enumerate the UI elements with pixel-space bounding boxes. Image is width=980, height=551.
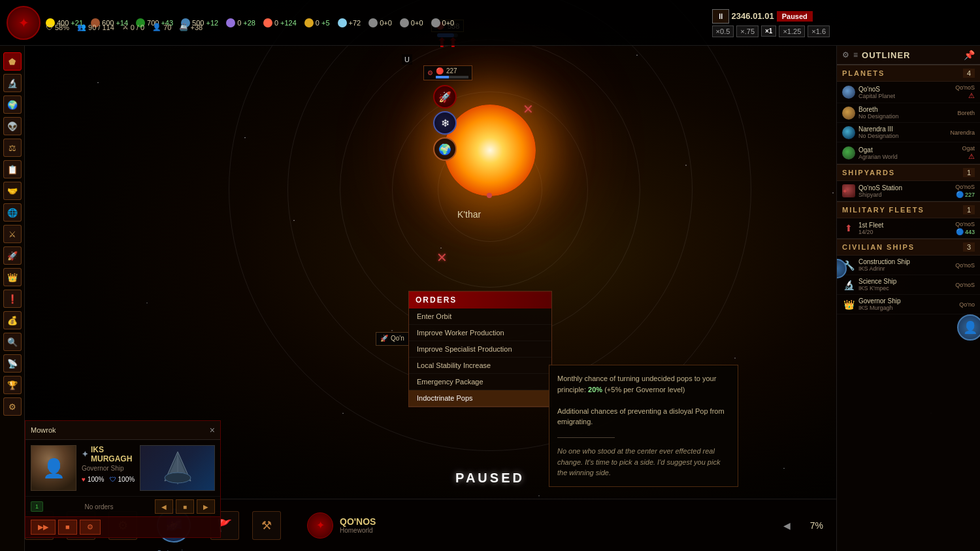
- planet-narendra[interactable]: Narendra III No Designation Narendra: [837, 123, 980, 142]
- planet-location-ogat: Ogat: [962, 145, 975, 152]
- civilian-science-ship[interactable]: 🔬 Science Ship IKS K'mpec Qo'noS: [837, 275, 980, 295]
- qonos-ship-label[interactable]: 🚀 Qo'n: [376, 332, 409, 346]
- orbit-icon-1[interactable]: 🚀: [433, 85, 457, 109]
- sidebar-icon-empire[interactable]: ⬟: [3, 52, 22, 71]
- speed-1-btn[interactable]: ×1: [761, 25, 776, 37]
- empire-flag-icon[interactable]: ✦: [307, 512, 333, 539]
- settings-icon[interactable]: ⚙: [842, 50, 849, 59]
- planet-ogat[interactable]: Ogat Agrarian World Ogat ⚠: [837, 142, 980, 164]
- order-local-stability[interactable]: Local Stability Increase: [409, 358, 551, 374]
- unity-icon: [304, 18, 314, 27]
- planet-sub-boreth: No Designation: [858, 113, 954, 120]
- order-indoctrinate-pops[interactable]: Indoctrinate Pops: [409, 390, 551, 407]
- sidebar-icon-species[interactable]: 👽: [3, 117, 22, 135]
- ship-stop-btn[interactable]: ■: [176, 499, 194, 514]
- planet-name-narendra: Narendra III: [858, 125, 947, 133]
- filter-icon[interactable]: ≡: [853, 50, 858, 59]
- planet-info-narendra: Narendra III No Designation: [858, 125, 947, 139]
- empire-name: QO'NOS: [340, 516, 376, 527]
- civilian-ships-section-header[interactable]: CIVILIAN SHIPS 3: [837, 239, 980, 256]
- sidebar-icon-achievements[interactable]: 🏆: [3, 376, 22, 394]
- governor-ship-location: Qo'no: [959, 301, 975, 308]
- speed-control: ⏸ 2346.01.01 Paused ×0.5 ×.75 ×1 ×1.25 ×…: [712, 9, 830, 37]
- sidebar-icon-fleets[interactable]: 🚀: [3, 246, 22, 265]
- shipyards-count: 1: [963, 168, 975, 177]
- military-fleets-section-header[interactable]: MILITARY FLEETS 1: [837, 201, 980, 218]
- order-improve-worker[interactable]: Improve Worker Production: [409, 325, 551, 341]
- faction-logo[interactable]: ✦: [7, 6, 41, 40]
- science-ship-sub: IKS K'mpec: [858, 285, 952, 292]
- outliner-panel: ⚙ ≡ OUTLINER 📌 PLANETS 4 Qo'noS Capital …: [836, 46, 980, 551]
- planet-right-qonos: Qo'noS ⚠: [955, 84, 975, 100]
- civilian-construction-ship[interactable]: 🔧 Construction Ship IKS Adrinr Qo'noS: [837, 256, 980, 275]
- sidebar-icon-factions[interactable]: ⚖: [3, 139, 22, 157]
- bottom-scroll-btn[interactable]: ◀: [783, 520, 791, 531]
- tooltip-line1: Monthly chance of turning undecided pops…: [557, 373, 730, 395]
- ship-action-extra[interactable]: ⚙: [80, 520, 101, 535]
- planet-right-ogat: Ogat ⚠: [962, 145, 975, 161]
- speed-0.5-btn[interactable]: ×0.5: [712, 25, 734, 37]
- sidebar-icon-policies[interactable]: 📋: [3, 160, 22, 178]
- fleet-location-1st: Qo'noS: [955, 221, 975, 227]
- civilian-governor-ship[interactable]: 👑 Governor Ship IKS Murgagh Qo'no: [837, 295, 980, 314]
- ships-icon: 🚢: [179, 23, 188, 31]
- planet-sub-ogat: Agrarian World: [858, 154, 958, 160]
- sidebar-icon-diplomacy[interactable]: 🤝: [3, 182, 22, 200]
- orbit-icon-2[interactable]: ❄: [433, 111, 457, 135]
- pause-button[interactable]: ⏸: [712, 9, 729, 24]
- planet-qonos[interactable]: Qo'noS Capital Planet Qo'noS ⚠: [837, 82, 980, 103]
- time-display-row: ⏸ 2346.01.01 Paused: [712, 9, 830, 24]
- map-planet-small[interactable]: [487, 193, 492, 198]
- station-icon: ⚙: [427, 69, 433, 76]
- planet-boreth[interactable]: Boreth No Designation Boreth: [837, 103, 980, 123]
- order-improve-specialist[interactable]: Improve Specialist Production: [409, 341, 551, 358]
- station-power-value: 227: [446, 67, 457, 75]
- sidebar-icon-espionage[interactable]: 🔍: [3, 333, 22, 351]
- order-enter-orbit[interactable]: Enter Orbit: [409, 309, 551, 325]
- bottom-btn-tools[interactable]: ⚒: [252, 511, 281, 540]
- sidebar-icon-federations[interactable]: 🌐: [3, 203, 22, 222]
- order-emergency-package[interactable]: Emergency Package: [409, 374, 551, 390]
- ship-action-goto[interactable]: ▶▶: [31, 520, 56, 535]
- planets-section-header[interactable]: PLANETS 4: [837, 65, 980, 82]
- governor-ship-name: Governor Ship: [858, 297, 956, 305]
- station-label[interactable]: ⚙ 🔴 227: [423, 65, 472, 80]
- sidebar-icon-technology[interactable]: 🔬: [3, 74, 22, 92]
- shipyard-power-value: 227: [965, 192, 975, 198]
- fleet-power-icon: 🔵: [956, 228, 964, 235]
- ship-panel-close-button[interactable]: ×: [210, 425, 215, 435]
- shipyards-section-header[interactable]: SHIPYARDS 1: [837, 164, 980, 181]
- sidebar-icon-contacts[interactable]: 📡: [3, 354, 22, 373]
- influence-value: 0: [274, 19, 278, 27]
- ship-stats: ♥ 100% 🛡 100%: [82, 476, 135, 483]
- stability-value: 58%: [55, 24, 69, 31]
- orders-menu-header: ORDERS: [409, 292, 551, 309]
- sidebar-icon-planets[interactable]: 🌍: [3, 95, 22, 114]
- shipyard-location: Qo'noS: [955, 184, 975, 190]
- sidebar-icon-war[interactable]: ⚔: [3, 225, 22, 243]
- speed-0.75-btn[interactable]: ×.75: [736, 25, 759, 37]
- sidebar-icon-situations[interactable]: ❗: [3, 290, 22, 308]
- sidebar-icon-market[interactable]: 💰: [3, 311, 22, 329]
- orbit-icon-3[interactable]: 🌍: [433, 137, 457, 161]
- fleet-1st[interactable]: ⬆ 1st Fleet 14/20 Qo'noS 🔵 443: [837, 218, 980, 239]
- consumer-change: +28: [243, 19, 255, 27]
- governor-ship-icon: 👑: [842, 299, 855, 310]
- armies-value: 0 / 0: [131, 24, 144, 31]
- ship-action-square[interactable]: ■: [58, 520, 77, 535]
- ship-prev-btn[interactable]: ◀: [155, 499, 173, 514]
- speed-1.25-btn[interactable]: ×1.25: [779, 25, 805, 37]
- civ-ship-name: Qo'n: [391, 335, 404, 342]
- empire-subtitle: Homeworld: [340, 527, 376, 534]
- shipyard-qonos-station[interactable]: ✦ Qo'noS Station Shipyard Qo'noS 🔵 227: [837, 181, 980, 201]
- sidebar-icon-leaders[interactable]: 👑: [3, 268, 22, 286]
- station-power-icon: 🔴: [436, 67, 444, 75]
- outliner-pin-icon[interactable]: 📌: [964, 50, 975, 60]
- planet-sub-qonos: Capital Planet: [858, 93, 952, 99]
- speed-1.6-btn[interactable]: ×1.6: [808, 25, 830, 37]
- no-orders-label: No orders: [85, 503, 114, 510]
- sidebar-icon-settings[interactable]: ⚙: [3, 397, 22, 416]
- construction-ship-location: Qo'noS: [955, 262, 975, 269]
- governor-ship-right: Qo'no: [959, 301, 975, 308]
- ship-next-btn[interactable]: ▶: [197, 499, 215, 514]
